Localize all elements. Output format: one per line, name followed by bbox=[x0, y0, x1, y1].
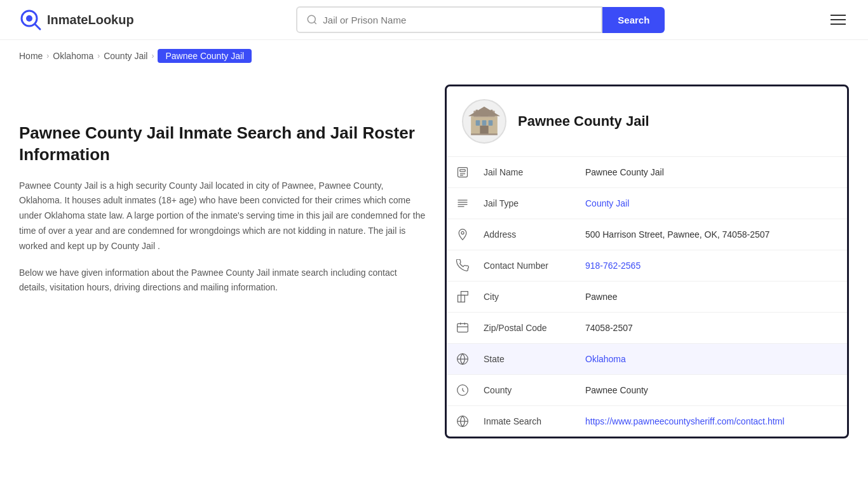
main-content: Pawnee County Jail Inmate Search and Jai… bbox=[0, 72, 868, 464]
address-label: Address bbox=[478, 220, 580, 248]
right-column: Pawnee County Jail Jail Name Pawnee Coun… bbox=[445, 85, 849, 438]
info-row-state: State Oklahoma bbox=[447, 344, 847, 375]
separator-2: › bbox=[97, 51, 100, 60]
search-bar: Search bbox=[296, 6, 665, 33]
description-1: Pawnee County Jail is a high security Co… bbox=[19, 179, 426, 254]
county-icon bbox=[456, 384, 469, 396]
address-icon-cell bbox=[447, 219, 478, 250]
info-card: Pawnee County Jail Jail Name Pawnee Coun… bbox=[445, 85, 849, 438]
info-row-city: City Pawnee bbox=[447, 281, 847, 313]
inmate-search-value: https://www.pawneecountysheriff.com/cont… bbox=[580, 407, 847, 435]
search-input-wrapper bbox=[296, 6, 602, 33]
svg-rect-17 bbox=[460, 170, 465, 172]
search-bar-icon bbox=[306, 14, 318, 25]
svg-rect-26 bbox=[461, 292, 468, 295]
jail-name-label: Jail Name bbox=[478, 158, 580, 186]
address-value: 500 Harrison Street, Pawnee, OK, 74058-2… bbox=[580, 220, 847, 248]
card-header: Pawnee County Jail bbox=[447, 86, 847, 157]
breadcrumb-current: Pawnee County Jail bbox=[158, 49, 252, 63]
state-value: Oklahoma bbox=[580, 345, 847, 373]
jail-name-value: Pawnee County Jail bbox=[580, 158, 847, 186]
phone-icon bbox=[456, 259, 469, 272]
zip-icon bbox=[456, 322, 469, 334]
svg-line-4 bbox=[315, 22, 316, 24]
zip-icon-cell bbox=[447, 313, 478, 343]
svg-point-24 bbox=[461, 231, 464, 234]
inmate-search-link[interactable]: https://www.pawneecountysheriff.com/cont… bbox=[585, 416, 784, 426]
info-rows: Jail Name Pawnee County Jail Jail Type C… bbox=[447, 157, 847, 437]
search-input[interactable] bbox=[323, 15, 592, 25]
building-icon bbox=[468, 105, 500, 137]
svg-rect-8 bbox=[476, 120, 480, 125]
county-label: County bbox=[478, 376, 580, 404]
zip-value: 74058-2507 bbox=[580, 314, 847, 342]
breadcrumb-county-jail[interactable]: County Jail bbox=[104, 51, 147, 61]
description-2: Below we have given information about th… bbox=[19, 266, 426, 296]
jail-avatar bbox=[462, 99, 506, 144]
card-jail-name: Pawnee County Jail bbox=[518, 113, 649, 130]
jail-name-icon bbox=[456, 166, 469, 179]
left-column: Pawnee County Jail Inmate Search and Jai… bbox=[19, 85, 426, 438]
info-row-address: Address 500 Harrison Street, Pawnee, OK,… bbox=[447, 219, 847, 250]
search-button[interactable]: Search bbox=[602, 7, 665, 33]
info-row-contact: Contact Number 918-762-2565 bbox=[447, 250, 847, 281]
svg-marker-15 bbox=[468, 107, 500, 116]
info-row-inmate-search: Inmate Search https://www.pawneecountysh… bbox=[447, 406, 847, 437]
separator-3: › bbox=[151, 51, 154, 60]
address-icon bbox=[456, 228, 469, 241]
phone-link[interactable]: 918-762-2565 bbox=[585, 261, 641, 271]
jail-type-link[interactable]: County Jail bbox=[585, 198, 629, 208]
city-value: Pawnee bbox=[580, 283, 847, 311]
svg-rect-11 bbox=[480, 126, 488, 135]
info-row-jail-name: Jail Name Pawnee County Jail bbox=[447, 157, 847, 188]
county-value: Pawnee County bbox=[580, 376, 847, 404]
svg-point-1 bbox=[26, 15, 32, 22]
header: InmateLookup Search bbox=[0, 0, 868, 40]
jail-type-label: Jail Type bbox=[478, 189, 580, 217]
jail-type-value: County Jail bbox=[580, 189, 847, 217]
contact-icon-cell bbox=[447, 250, 478, 281]
state-icon bbox=[456, 353, 469, 365]
logo-text: InmateLookup bbox=[47, 13, 134, 27]
svg-line-2 bbox=[35, 24, 40, 29]
inmate-search-icon-cell bbox=[447, 406, 478, 437]
hamburger-menu[interactable] bbox=[827, 11, 849, 28]
svg-rect-12 bbox=[471, 133, 498, 135]
jail-type-icon-cell bbox=[447, 188, 478, 219]
zip-label: Zip/Postal Code bbox=[478, 314, 580, 342]
svg-point-3 bbox=[308, 15, 316, 23]
info-row-jail-type: Jail Type County Jail bbox=[447, 188, 847, 219]
svg-rect-9 bbox=[482, 120, 487, 125]
separator-1: › bbox=[46, 51, 49, 60]
city-label: City bbox=[478, 283, 580, 311]
jail-name-icon-cell bbox=[447, 157, 478, 187]
city-icon bbox=[456, 290, 469, 303]
info-row-county: County Pawnee County bbox=[447, 375, 847, 406]
state-link[interactable]: Oklahoma bbox=[585, 354, 626, 364]
breadcrumb-oklahoma[interactable]: Oklahoma bbox=[53, 51, 93, 61]
contact-label: Contact Number bbox=[478, 252, 580, 280]
breadcrumb: Home › Oklahoma › County Jail › Pawnee C… bbox=[0, 40, 868, 72]
inmate-search-label: Inmate Search bbox=[478, 407, 580, 435]
svg-rect-28 bbox=[458, 323, 468, 332]
jail-type-icon bbox=[456, 197, 469, 210]
info-row-zip: Zip/Postal Code 74058-2507 bbox=[447, 313, 847, 344]
county-icon-cell bbox=[447, 375, 478, 405]
state-icon-cell bbox=[447, 344, 478, 374]
state-label: State bbox=[478, 345, 580, 373]
page-title: Pawnee County Jail Inmate Search and Jai… bbox=[19, 123, 426, 166]
city-icon-cell bbox=[447, 281, 478, 312]
breadcrumb-home[interactable]: Home bbox=[19, 51, 43, 61]
logo-icon bbox=[19, 8, 42, 31]
contact-value: 918-762-2565 bbox=[580, 252, 847, 280]
logo-link[interactable]: InmateLookup bbox=[19, 8, 134, 31]
inmate-search-globe-icon bbox=[456, 415, 469, 428]
svg-rect-10 bbox=[489, 120, 493, 125]
